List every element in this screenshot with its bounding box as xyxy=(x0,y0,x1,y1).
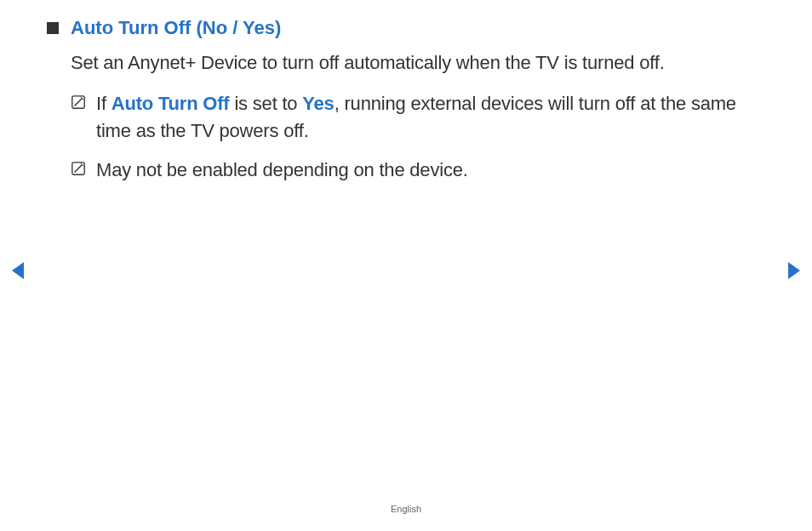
footer-language: English xyxy=(391,504,421,514)
next-page-button[interactable] xyxy=(785,260,802,284)
note-text-1: If Auto Turn Off is set to Yes, running … xyxy=(96,90,744,145)
heading-row: Auto Turn Off (No / Yes) xyxy=(47,17,744,39)
note-icon xyxy=(71,161,86,176)
svg-marker-3 xyxy=(788,262,800,279)
note1-mid: is set to xyxy=(229,93,302,114)
note-row-2: May not be enabled depending on the devi… xyxy=(71,157,744,184)
note1-highlight: Yes xyxy=(302,93,334,114)
note-row-1: If Auto Turn Off is set to Yes, running … xyxy=(71,90,744,145)
body-text: Set an Anynet+ Device to turn off automa… xyxy=(71,49,744,77)
note1-prefix: If xyxy=(96,93,112,114)
svg-marker-2 xyxy=(12,262,24,279)
note-text-2: May not be enabled depending on the devi… xyxy=(96,157,468,184)
note1-bold-term: Auto Turn Off xyxy=(112,93,230,114)
previous-page-button[interactable] xyxy=(10,260,27,284)
section-heading: Auto Turn Off (No / Yes) xyxy=(71,17,281,39)
note-icon xyxy=(71,94,86,110)
page-content: Auto Turn Off (No / Yes) Set an Anynet+ … xyxy=(0,0,812,184)
square-bullet-icon xyxy=(47,22,59,34)
